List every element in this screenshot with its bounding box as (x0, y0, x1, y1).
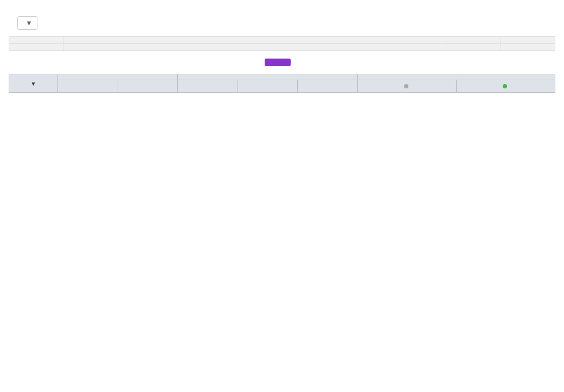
ad-spaces-row (9, 37, 555, 44)
subheader-b-percent (298, 80, 358, 93)
ad-spaces-value (63, 37, 446, 43)
subheader-confirmed (456, 80, 555, 93)
col-group-all-clicks (58, 74, 178, 80)
subheader-conf-clicks (178, 80, 238, 93)
col-header-date[interactable]: ▼ (9, 74, 58, 93)
subheader-all-cpc (118, 80, 178, 93)
report-table: ▼ (9, 74, 555, 93)
subheader-conf-cpc (238, 80, 298, 93)
date-range-picker[interactable]: ▼ (17, 16, 37, 30)
col-group-money (357, 74, 555, 80)
export-link[interactable] (501, 37, 523, 43)
save-filter-link[interactable] (446, 37, 468, 43)
load-filter-link[interactable] (446, 44, 468, 50)
filter-actions-col-2 (446, 44, 555, 50)
subheader-on-hold (357, 80, 456, 93)
confirmed-dot-icon (503, 84, 507, 88)
on-hold-dot-icon (404, 84, 408, 88)
col-group-confirmed-clicks (178, 74, 358, 80)
programs-row (9, 44, 555, 50)
ad-spaces-label (9, 37, 63, 43)
reports-in-xml-link[interactable] (501, 44, 523, 50)
date-range-row: ▼ (9, 16, 555, 30)
subheader-all-clicks (58, 80, 118, 93)
programs-label (9, 44, 63, 50)
dropdown-arrow-icon: ▼ (25, 19, 33, 27)
filter-actions-col-1 (446, 37, 555, 43)
show-button[interactable] (265, 59, 291, 66)
show-row (9, 51, 555, 74)
filter-bar (9, 36, 555, 51)
programs-value (63, 44, 446, 50)
sort-arrow-icon: ▼ (31, 81, 36, 87)
